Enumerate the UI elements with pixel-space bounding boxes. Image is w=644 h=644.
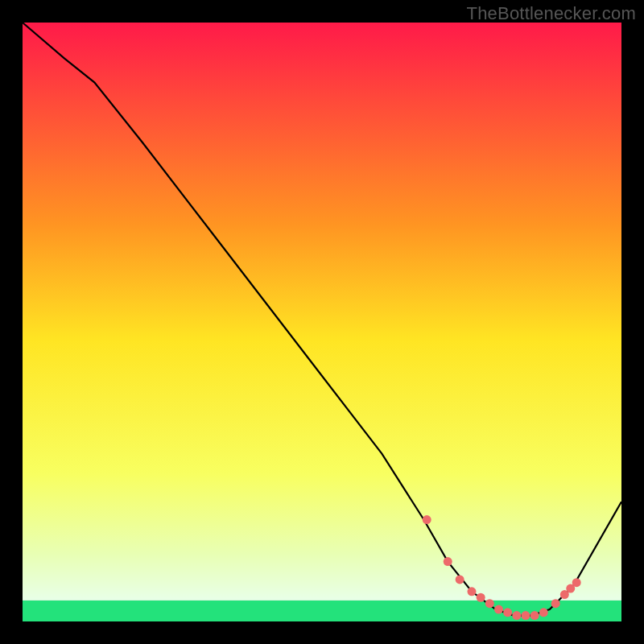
marker-point: [468, 587, 477, 596]
marker-point: [512, 611, 521, 620]
marker-point: [456, 575, 464, 584]
marker-point: [539, 608, 548, 617]
plot-area: [23, 23, 621, 621]
marker-point: [503, 608, 512, 617]
marker-point: [477, 593, 485, 602]
gradient-background: [23, 23, 621, 601]
marker-point: [444, 557, 452, 566]
bottleneck-chart: [0, 0, 644, 644]
marker-point: [551, 599, 560, 608]
chart-container: TheBottlenecker.com: [0, 0, 644, 644]
marker-point: [521, 611, 530, 620]
marker-point: [530, 611, 539, 620]
marker-point: [485, 599, 494, 608]
watermark: TheBottlenecker.com: [467, 3, 636, 24]
marker-point: [423, 515, 431, 524]
marker-point: [494, 605, 503, 614]
marker-point: [572, 578, 581, 587]
